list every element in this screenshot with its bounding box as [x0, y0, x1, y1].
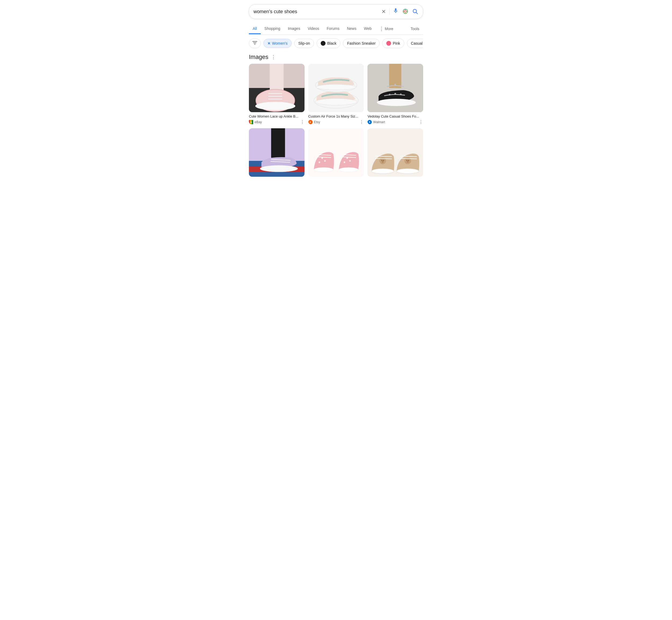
etsy-favicon: E: [308, 120, 313, 124]
image-caption: Cute Women Lace up Ankle B...: [249, 114, 304, 118]
chip-fashion-sneaker-label: Fashion Sneaker: [347, 41, 376, 45]
image-caption: Custom Air Force 1s Many Siz...: [308, 114, 364, 118]
tab-forums[interactable]: Forums: [323, 24, 343, 34]
tab-shopping[interactable]: Shopping: [261, 24, 284, 34]
image-thumbnail: [308, 64, 364, 112]
image-thumbnail: [368, 128, 423, 177]
voice-search-button[interactable]: [392, 7, 399, 16]
svg-point-66: [408, 160, 409, 161]
svg-point-57: [383, 158, 385, 161]
section-header: Images ⋮: [249, 54, 423, 60]
divider: [389, 8, 390, 15]
svg-line-7: [416, 12, 417, 14]
image-source: ✦ Walmart: [368, 120, 385, 124]
filter-icon: [253, 41, 257, 46]
svg-point-1: [404, 10, 406, 12]
search-bar: women's cute shoes ✕: [249, 4, 423, 19]
tools-button[interactable]: Tools: [407, 24, 423, 34]
chip-casual[interactable]: Casual: [407, 39, 423, 48]
lens-search-button[interactable]: [402, 8, 409, 16]
image-card[interactable]: [249, 128, 304, 179]
ebay-favicon: e: [249, 120, 253, 124]
chip-black-label: Black: [327, 41, 336, 45]
chip-womens-label: Women's: [272, 41, 288, 45]
image-source: E Etsy: [308, 120, 320, 124]
svg-point-63: [408, 158, 410, 161]
svg-point-24: [316, 85, 356, 90]
svg-point-31: [377, 99, 416, 106]
svg-point-54: [397, 169, 419, 174]
tab-news[interactable]: News: [343, 24, 360, 34]
chip-casual-label: Casual: [411, 41, 423, 45]
card-menu-icon[interactable]: ⋮: [300, 119, 304, 124]
black-dot-icon: [321, 41, 326, 46]
image-card[interactable]: Cute Women Lace up Ankle B... e eBay ⋮: [249, 64, 304, 124]
image-thumbnail: [249, 64, 304, 112]
section-title: Images: [249, 54, 268, 60]
svg-point-40: [314, 167, 333, 172]
chip-pink[interactable]: Pink: [382, 39, 404, 48]
svg-point-29: [395, 93, 396, 95]
chip-fashion-sneaker[interactable]: Fashion Sneaker: [343, 39, 380, 48]
search-button[interactable]: [411, 8, 418, 16]
svg-point-62: [405, 158, 408, 161]
chip-slip-on-label: Slip-on: [298, 41, 310, 45]
chip-pink-label: Pink: [393, 41, 400, 45]
tab-videos[interactable]: Videos: [304, 24, 323, 34]
svg-point-30: [400, 94, 402, 95]
svg-point-64: [407, 161, 409, 163]
image-card[interactable]: Vedolay Cute Casual Shoes Fo... ✦ Walmar…: [368, 64, 423, 124]
card-menu-icon[interactable]: ⋮: [359, 119, 364, 124]
image-thumbnail: [308, 128, 364, 177]
svg-point-22: [315, 98, 357, 105]
search-icon: [412, 8, 418, 15]
more-label: More: [385, 27, 393, 31]
svg-point-43: [324, 160, 326, 162]
tab-all[interactable]: All: [249, 24, 261, 34]
svg-point-42: [321, 157, 323, 159]
filter-chips: ✕ Women's Slip-on Black Fashion Sneaker …: [249, 39, 423, 48]
more-menu[interactable]: ⋮ More: [375, 23, 397, 35]
svg-point-41: [339, 167, 358, 172]
svg-point-53: [372, 169, 394, 174]
tab-images[interactable]: Images: [284, 24, 304, 34]
nav-tabs: All Shopping Images Videos Forums News W…: [249, 23, 423, 35]
svg-point-38: [260, 165, 298, 172]
image-source-row: ✦ Walmart ⋮: [368, 119, 423, 124]
svg-point-45: [346, 157, 348, 159]
svg-point-27: [395, 84, 396, 85]
source-name: Walmart: [373, 120, 385, 124]
image-grid: Cute Women Lace up Ankle B... e eBay ⋮: [249, 64, 423, 179]
tab-web[interactable]: Web: [360, 24, 376, 34]
image-card[interactable]: [368, 128, 423, 179]
section-menu-icon[interactable]: ⋮: [271, 54, 276, 60]
image-card[interactable]: Custom Air Force 1s Many Siz... E Etsy ⋮: [308, 64, 364, 124]
svg-point-65: [407, 160, 407, 161]
image-thumbnail: [368, 64, 423, 112]
svg-point-44: [319, 161, 320, 163]
chip-black[interactable]: Black: [317, 39, 340, 48]
close-icon: ✕: [381, 8, 386, 15]
images-section: Images ⋮: [249, 54, 423, 179]
svg-rect-13: [270, 64, 284, 91]
image-card[interactable]: [308, 128, 364, 179]
image-source-row: e eBay ⋮: [249, 119, 304, 124]
card-menu-icon[interactable]: ⋮: [419, 119, 423, 124]
svg-point-28: [389, 94, 391, 96]
search-input[interactable]: women's cute shoes: [254, 9, 378, 14]
svg-point-60: [383, 160, 384, 161]
chip-womens[interactable]: ✕ Women's: [264, 39, 292, 48]
svg-point-59: [382, 160, 383, 161]
svg-point-16: [256, 102, 295, 110]
svg-point-46: [349, 160, 351, 162]
walmart-favicon: ✦: [368, 120, 372, 124]
more-dots-icon: ⋮: [379, 26, 384, 32]
image-caption: Vedolay Cute Casual Shoes Fo...: [368, 114, 423, 118]
svg-point-56: [380, 158, 383, 161]
filter-icon-chip[interactable]: [249, 39, 261, 48]
svg-point-58: [382, 161, 384, 163]
lens-icon: [402, 8, 408, 15]
clear-button[interactable]: ✕: [381, 8, 387, 15]
chip-slip-on[interactable]: Slip-on: [294, 39, 314, 48]
pink-dot-icon: [386, 41, 391, 46]
